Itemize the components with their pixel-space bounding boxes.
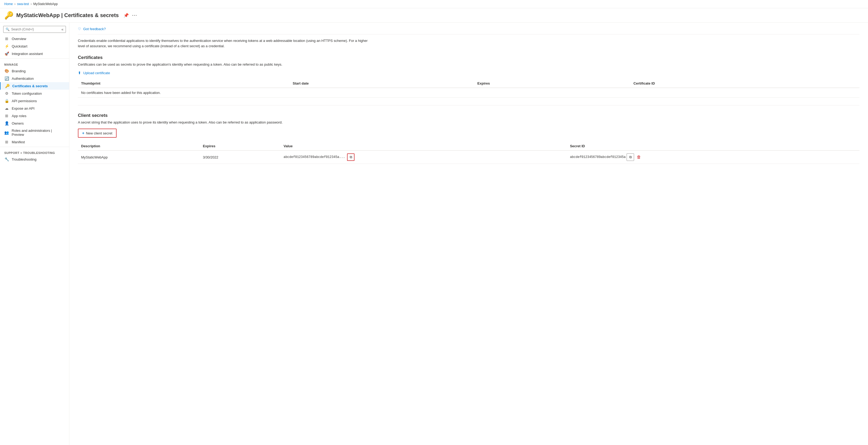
client-secrets-section: Client secrets A secret string that the … xyxy=(78,113,860,164)
search-icon: 🔍 xyxy=(6,28,9,31)
secret-description-cell: MyStaticWebApp xyxy=(78,150,199,164)
feedback-heart-icon: ♡ xyxy=(78,27,81,31)
feedback-bar: ♡ Got feedback? xyxy=(78,27,860,34)
cert-header-certid: Certificate ID xyxy=(630,79,860,88)
sidebar-item-branding[interactable]: 🎨 Branding xyxy=(0,67,69,75)
search-input[interactable] xyxy=(11,28,60,31)
approles-icon: ⊞ xyxy=(4,114,9,118)
sidebar-label-api: API permissions xyxy=(12,99,37,103)
breadcrumb-home[interactable]: Home xyxy=(4,2,13,6)
quickstart-icon: ⚡ xyxy=(4,44,9,48)
sidebar-search-container: 🔍 « xyxy=(3,26,66,33)
sidebar-item-app-roles[interactable]: ⊞ App roles xyxy=(0,112,69,120)
upload-label: Upload certificate xyxy=(83,71,110,75)
page-header: 🔑 MyStaticWebApp | Certificates & secret… xyxy=(0,8,868,23)
sidebar-item-roles-admin[interactable]: 👥 Roles and administrators | Preview xyxy=(0,127,69,138)
sidebar-item-authentication[interactable]: 🔄 Authentication xyxy=(0,75,69,82)
upload-icon: ⬆ xyxy=(78,71,81,75)
sidebar-label-owners: Owners xyxy=(12,121,24,125)
feedback-label[interactable]: Got feedback? xyxy=(83,27,106,31)
troubleshoot-icon: 🔧 xyxy=(4,157,9,161)
trash-icon: 🗑 xyxy=(637,155,641,159)
sidebar-item-owners[interactable]: 👤 Owners xyxy=(0,120,69,127)
sidebar: 🔍 « ⊞ Overview ⚡ Quickstart 🚀 Integratio… xyxy=(0,23,69,445)
more-options-icon[interactable]: ··· xyxy=(132,13,137,18)
sidebar-divider-1 xyxy=(0,58,69,59)
sidebar-item-certificates-secrets[interactable]: 🔑 Certificates & secrets xyxy=(0,82,69,90)
manage-section-title: Manage xyxy=(0,60,69,67)
sidebar-label-troubleshooting: Troubleshooting xyxy=(12,157,36,161)
breadcrumb-sep1: › xyxy=(14,2,16,6)
secret-header-value: Value xyxy=(280,142,567,150)
sidebar-item-integration-assistant[interactable]: 🚀 Integration assistant xyxy=(0,50,69,57)
sidebar-item-manifest[interactable]: ⊞ Manifest xyxy=(0,138,69,146)
sidebar-label-token: Token configuration xyxy=(12,91,42,95)
certificates-section: Certificates Certificates can be used as… xyxy=(78,55,860,98)
main-layout: 🔍 « ⊞ Overview ⚡ Quickstart 🚀 Integratio… xyxy=(0,23,868,445)
secret-expires-cell: 3/30/2022 xyxy=(199,150,280,164)
cert-header-expires: Expires xyxy=(474,79,630,88)
pin-icon[interactable]: 📌 xyxy=(124,13,129,18)
api-icon: 🔒 xyxy=(4,99,9,103)
new-secret-label: New client secret xyxy=(86,131,112,135)
secret-value-text: abcdef0123456789abcdef012345a... xyxy=(284,155,345,159)
token-icon: ⚙ xyxy=(4,91,9,95)
section-divider xyxy=(78,105,860,106)
upload-certificate-link[interactable]: ⬆ Upload certificate xyxy=(78,71,860,75)
main-description: Credentials enable confidential applicat… xyxy=(78,38,371,49)
manifest-icon: ⊞ xyxy=(4,140,9,144)
collapse-icon[interactable]: « xyxy=(61,27,63,31)
certificates-empty-row: No certificates have been added for this… xyxy=(78,88,860,98)
plus-icon: + xyxy=(82,131,84,135)
secret-value-cell: abcdef0123456789abcdef012345a... ⧉ xyxy=(280,150,567,164)
main-content: ♡ Got feedback? Credentials enable confi… xyxy=(69,23,868,445)
roles-icon: 👥 xyxy=(4,130,9,135)
secret-header-secretid: Secret ID xyxy=(567,142,860,150)
sidebar-item-api-permissions[interactable]: 🔒 API permissions xyxy=(0,97,69,105)
secret-header-description: Description xyxy=(78,142,199,150)
certificates-desc: Certificates can be used as secrets to p… xyxy=(78,62,860,66)
new-client-secret-button[interactable]: + New client secret xyxy=(78,128,117,138)
breadcrumb-swa-test[interactable]: swa-test xyxy=(17,2,29,6)
copy-secretid-button[interactable]: ⧉ xyxy=(627,153,634,161)
key-icon: 🔑 xyxy=(4,11,13,20)
secret-header-expires: Expires xyxy=(199,142,280,150)
sidebar-item-expose-api[interactable]: ☁ Expose an API xyxy=(0,105,69,112)
table-row: MyStaticWebApp 3/30/2022 abcdef012345678… xyxy=(78,150,860,164)
certs-icon: 🔑 xyxy=(5,84,9,88)
sidebar-label-overview: Overview xyxy=(12,37,26,41)
sidebar-label-roles: Roles and administrators | Preview xyxy=(12,128,65,137)
client-secrets-title: Client secrets xyxy=(78,113,860,118)
sidebar-item-quickstart[interactable]: ⚡ Quickstart xyxy=(0,42,69,50)
secret-id-cell: abcdef0123456789abcdef012345a ⧉ 🗑 xyxy=(567,150,860,164)
copy-value-button[interactable]: ⧉ xyxy=(347,153,354,161)
client-secrets-desc: A secret string that the application use… xyxy=(78,120,860,124)
sidebar-label-integration: Integration assistant xyxy=(12,52,43,56)
header-actions: 📌 ··· xyxy=(124,13,137,18)
copy-icon: ⧉ xyxy=(350,155,352,159)
support-section-title: Support + Troubleshooting xyxy=(0,148,69,155)
sidebar-label-approles: App roles xyxy=(12,114,26,118)
sidebar-item-overview[interactable]: ⊞ Overview xyxy=(0,35,69,42)
cert-header-startdate: Start date xyxy=(289,79,474,88)
owners-icon: 👤 xyxy=(4,121,9,125)
overview-icon: ⊞ xyxy=(4,36,9,41)
branding-icon: 🎨 xyxy=(4,69,9,73)
sidebar-item-troubleshooting[interactable]: 🔧 Troubleshooting xyxy=(0,155,69,163)
sidebar-label-authentication: Authentication xyxy=(12,77,34,81)
breadcrumb: Home › swa-test › MyStaticWebApp xyxy=(0,0,868,8)
delete-secret-button[interactable]: 🗑 xyxy=(635,153,643,161)
copy-secretid-icon: ⧉ xyxy=(629,155,632,159)
breadcrumb-current: MyStaticWebApp xyxy=(33,2,58,6)
breadcrumb-sep2: › xyxy=(31,2,32,6)
certificates-table-header-row: Thumbprint Start date Expires Certificat… xyxy=(78,79,860,88)
sidebar-label-manifest: Manifest xyxy=(12,140,25,144)
certificates-title: Certificates xyxy=(78,55,860,60)
expose-icon: ☁ xyxy=(4,106,9,111)
certificates-empty-message: No certificates have been added for this… xyxy=(78,88,860,98)
sidebar-label-quickstart: Quickstart xyxy=(12,44,28,48)
certificates-table: Thumbprint Start date Expires Certificat… xyxy=(78,79,860,98)
authentication-icon: 🔄 xyxy=(4,76,9,81)
sidebar-divider-2 xyxy=(0,147,69,147)
sidebar-item-token-config[interactable]: ⚙ Token configuration xyxy=(0,90,69,97)
